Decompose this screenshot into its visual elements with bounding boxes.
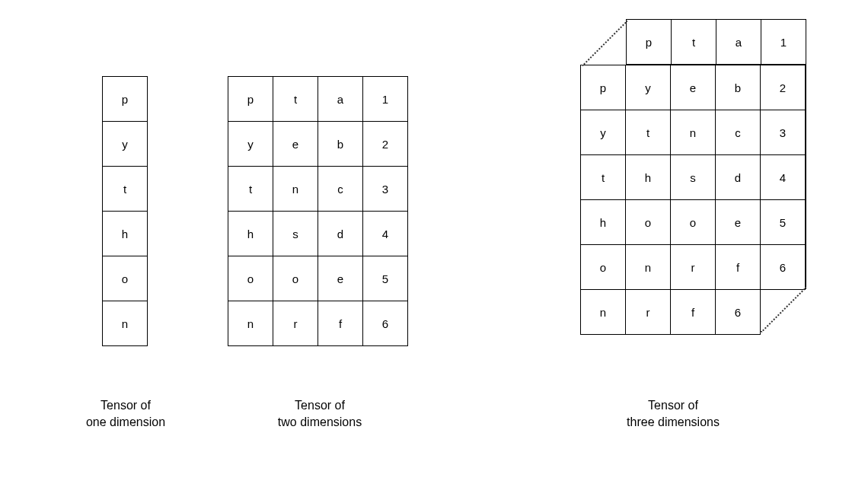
cell: b (716, 65, 761, 110)
cell: 5 (761, 200, 806, 245)
cell: y (626, 65, 671, 110)
caption-line: Tensor of (101, 399, 151, 412)
caption-line: two dimensions (278, 415, 362, 428)
cell: p (581, 65, 626, 110)
cell: f (716, 245, 761, 290)
tensor-1d-caption: Tensor of one dimension (61, 397, 190, 430)
cell-empty (761, 290, 806, 335)
cell: 6 (716, 290, 761, 335)
cell: h (581, 200, 626, 245)
cell: e (273, 122, 318, 167)
diagram-container: p y t h o n Tensor of one dimension p t … (0, 0, 868, 487)
cell: c (716, 110, 761, 155)
cell: r (273, 301, 318, 346)
cell: 3 (363, 167, 408, 212)
cell: o (581, 245, 626, 290)
cell: n (103, 301, 148, 346)
tensor-2d: p t a 1 y e b 2 t n c 3 h s d 4 (228, 76, 408, 346)
tensor-1d-grid: p y t h o n (102, 76, 148, 346)
caption-line: Tensor of (648, 399, 698, 412)
cell: h (626, 155, 671, 200)
cell: n (671, 110, 716, 155)
cell: a (318, 77, 363, 122)
cell: f (671, 290, 716, 335)
cell: t (103, 167, 148, 212)
cell: e (716, 200, 761, 245)
cell: t (581, 155, 626, 200)
depth-line-top-left (582, 21, 628, 67)
cell: e (671, 65, 716, 110)
cell: o (228, 256, 273, 301)
cell: d (716, 155, 761, 200)
caption-line: three dimensions (627, 415, 720, 428)
cell: r (671, 245, 716, 290)
cell: s (671, 155, 716, 200)
cell: y (103, 122, 148, 167)
tensor-3d-front-grid: p y e b 2 y t n c 3 t h s d 4 h (580, 65, 806, 335)
caption-line: Tensor of (295, 399, 345, 412)
cell: f (318, 301, 363, 346)
cell: 6 (363, 301, 408, 346)
cell: y (228, 122, 273, 167)
tensor-3d-front: p y e b 2 y t n c 3 t h s d 4 h (580, 65, 806, 335)
cell: 2 (761, 65, 806, 110)
cell: o (273, 256, 318, 301)
cell: n (581, 290, 626, 335)
caption-line: one dimension (86, 415, 165, 428)
cell: t (626, 110, 671, 155)
cell: p (627, 20, 672, 65)
cell: p (228, 77, 273, 122)
cell: 1 (363, 77, 408, 122)
cell: e (318, 256, 363, 301)
cell: 3 (761, 110, 806, 155)
cell: o (671, 200, 716, 245)
cell: 5 (363, 256, 408, 301)
cell: a (716, 20, 761, 65)
cell: r (626, 290, 671, 335)
cell: t (273, 77, 318, 122)
cell: y (581, 110, 626, 155)
cell: t (228, 167, 273, 212)
cell: n (626, 245, 671, 290)
cell: n (273, 167, 318, 212)
tensor-2d-caption: Tensor of two dimensions (244, 397, 396, 430)
cell: 1 (761, 20, 806, 65)
tensor-3d-caption: Tensor of three dimensions (597, 397, 749, 430)
cell: 6 (761, 245, 806, 290)
cell: h (103, 212, 148, 256)
cell: c (318, 167, 363, 212)
cell: h (228, 212, 273, 256)
cell: b (318, 122, 363, 167)
tensor-1d: p y t h o n (102, 76, 148, 346)
cell: 4 (761, 155, 806, 200)
cell: o (626, 200, 671, 245)
cell: 4 (363, 212, 408, 256)
cell: t (672, 20, 716, 65)
cell: s (273, 212, 318, 256)
cell: d (318, 212, 363, 256)
tensor-2d-grid: p t a 1 y e b 2 t n c 3 h s d 4 (228, 76, 408, 346)
cell: o (103, 256, 148, 301)
cell: n (228, 301, 273, 346)
cell: p (103, 77, 148, 122)
cell: 2 (363, 122, 408, 167)
